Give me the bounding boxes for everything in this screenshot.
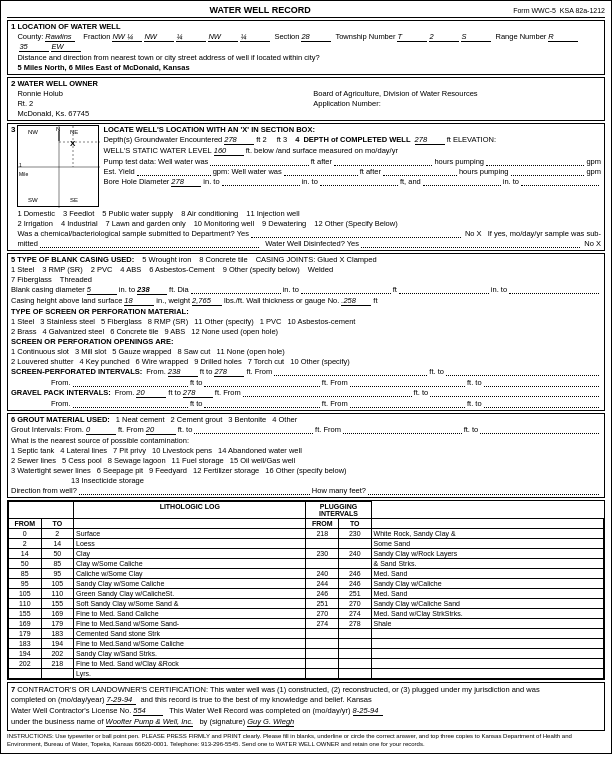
distance-value: 5 Miles North, 6 Miles East of McDonald,… — [17, 63, 189, 72]
record-date-label: This Water Well Record was completed on … — [169, 706, 350, 715]
litho-from — [9, 669, 42, 679]
cert-text: CONTRACTOR'S OR LANDOWNER'S CERTIFICATIO… — [17, 685, 539, 694]
plug-desc: Med. Sand w/Clay StrkStrks. — [371, 609, 603, 619]
litho-to: 85 — [41, 559, 74, 569]
business-label: under the business name of — [11, 717, 104, 726]
frac3: ¼ — [176, 32, 206, 42]
plug-from — [306, 639, 339, 649]
completed-label: completed on (mo/day/year) — [11, 695, 104, 704]
use9: 10 Monitoring well — [194, 219, 254, 228]
litho-from: 50 — [9, 559, 42, 569]
frac5: ¼ — [240, 32, 270, 42]
litho-row: 95 105 Sandy Clay w/Some Caliche 244 246… — [9, 579, 604, 589]
litho-desc: Fine to Med.Sand w/Some Sand- — [74, 619, 306, 629]
plug-desc — [371, 639, 603, 649]
pump-val2 — [334, 157, 432, 166]
section6-title: GROUT MATERIAL USED: — [17, 415, 110, 424]
plug-to — [339, 539, 372, 549]
svg-text:SE: SE — [70, 197, 78, 203]
pump-val1 — [210, 157, 308, 166]
section-value: 28 — [301, 32, 331, 42]
litho-row: 14 50 Clay 230 240 Sandy Clay w/Rock Lay… — [9, 549, 604, 559]
range-dir: S — [461, 32, 491, 42]
litho-to: 50 — [41, 549, 74, 559]
owner-name: Ronnie Holub — [17, 89, 62, 98]
record-date-value: 8-25-94 — [353, 706, 383, 716]
section2-title: WATER WELL OWNER — [17, 79, 98, 88]
screen-label: TYPE OF SCREEN OR PERFORATION MATERIAL: — [11, 307, 189, 316]
range-label: Range Number — [495, 32, 546, 41]
litho-row: 202 218 Fine to Med. Sand w/Clay &Rock — [9, 659, 604, 669]
sig-label: by (signature) — [199, 717, 245, 726]
litho-desc: Sandy Clay w/Sand Strks. — [74, 649, 306, 659]
pump-val3 — [486, 157, 584, 166]
bore-val: 278 — [171, 177, 201, 187]
gravel-intervals-label: GRAVEL PACK INTERVALS: — [11, 388, 111, 397]
litho-row: Lyrs. — [9, 669, 604, 679]
use3: 5 Public water supply — [102, 209, 173, 218]
litho-row: 110 155 Soft Sandy Clay w/Some Sand & 25… — [9, 599, 604, 609]
section6-num: 6 — [11, 415, 15, 424]
plug-from: 274 — [306, 619, 339, 629]
plug-from: 270 — [306, 609, 339, 619]
litho-desc: Clay — [74, 549, 306, 559]
litho-row: 105 110 Green Sandy Clay w/CalicheSt. 24… — [9, 589, 604, 599]
use1: 1 Domestic — [17, 209, 55, 218]
county-label: County: — [17, 32, 43, 41]
use6: 2 Irrigation — [17, 219, 52, 228]
plug-from: 246 — [306, 589, 339, 599]
litho-to: 179 — [41, 619, 74, 629]
plug-from — [306, 649, 339, 659]
well-water-val — [284, 167, 358, 176]
litho-from: 179 — [9, 629, 42, 639]
plug-from — [306, 539, 339, 549]
litho-body: 0 2 Surface 218 230 White Rock, Sandy Cl… — [9, 529, 604, 679]
disinfected-no: No X — [584, 239, 601, 248]
plug-to — [339, 649, 372, 659]
section5-num: 5 — [11, 255, 15, 264]
screen-from1: 238 — [168, 367, 198, 377]
litho-table: LITHOLOGIC LOG PLUGGING INTERVALS FROM T… — [8, 501, 604, 679]
litho-desc: Cemented Sand stone Strk — [74, 629, 306, 639]
plugging-header: PLUGGING INTERVALS — [306, 502, 371, 519]
plug-from: 240 — [306, 569, 339, 579]
section1-title: LOCATION OF WATER WELL — [17, 22, 120, 31]
litho-to: 14 — [41, 539, 74, 549]
section1-num: 1 — [11, 22, 15, 31]
section3-num: 3 — [11, 125, 15, 134]
litho-from: 105 — [9, 589, 42, 599]
use8: 7 Lawn and garden only — [106, 219, 186, 228]
plug-to — [339, 559, 372, 569]
casing-height-val: 18 — [124, 296, 154, 306]
static-value: 160 — [214, 146, 244, 156]
gravel-to: 278 — [183, 388, 213, 398]
plug-from — [306, 629, 339, 639]
section-label: Section — [274, 32, 299, 41]
section3-title: LOCATE WELL'S LOCATION WITH AN 'X' IN SE… — [103, 125, 314, 134]
plug-desc — [371, 669, 603, 679]
blank-dia-to: 238 — [137, 285, 167, 295]
range-ew: EW — [51, 42, 81, 52]
bore-label: Bore Hole Diameter — [103, 177, 169, 186]
svg-text:NW: NW — [28, 129, 38, 135]
litho-from: 194 — [9, 649, 42, 659]
distance-label: Distance and direction from nearest town… — [17, 53, 319, 62]
weight-val: 2,765 — [192, 296, 222, 306]
litho-to: 194 — [41, 639, 74, 649]
litho-to: 105 — [41, 579, 74, 589]
screen-intervals-label: SCREEN-PERFORATED INTERVALS: — [11, 367, 142, 376]
svg-text:1: 1 — [19, 162, 22, 168]
township-num: 2 — [429, 32, 459, 42]
plug-desc: Some Sand — [371, 539, 603, 549]
litho-desc: Green Sandy Clay w/CalicheSt. — [74, 589, 306, 599]
litho-row: 2 14 Loess Some Sand — [9, 539, 604, 549]
board-label: Board of Agriculture, Division of Water … — [313, 89, 477, 98]
app-num-label: Application Number: — [313, 99, 381, 108]
plug-to — [339, 629, 372, 639]
frac1: NW ¼ — [112, 32, 142, 42]
litho-desc: Surface — [74, 529, 306, 539]
use2: 3 Feedlot — [63, 209, 94, 218]
svg-text:N: N — [56, 126, 60, 132]
plug-to: 246 — [339, 569, 372, 579]
county-value: Rawlins — [45, 32, 75, 42]
